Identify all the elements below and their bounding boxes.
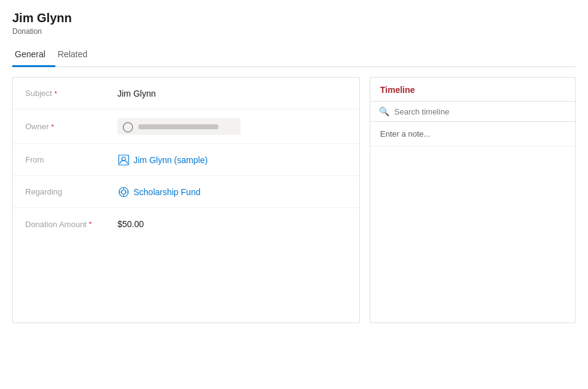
main-content: Subject * Jim Glynn Owner * ◯: [12, 77, 576, 323]
subject-value: Jim Glynn: [117, 89, 347, 98]
owner-label: Owner *: [25, 122, 117, 131]
form-card: Subject * Jim Glynn Owner * ◯: [12, 77, 360, 323]
tab-general[interactable]: General: [12, 44, 55, 67]
subject-required: *: [54, 90, 57, 97]
record-subtitle: Donation: [12, 27, 576, 36]
timeline-header: Timeline: [370, 78, 575, 102]
timeline-search[interactable]: 🔍: [370, 102, 575, 122]
owner-value[interactable]: ◯: [117, 118, 347, 135]
tab-related[interactable]: Related: [55, 44, 97, 67]
subject-label: Subject *: [25, 89, 117, 98]
regarding-label: Regarding: [25, 187, 117, 196]
svg-point-1: [122, 157, 125, 161]
page-container: Jim Glynn Donation General Related Subje…: [0, 0, 588, 333]
regarding-value[interactable]: Scholarship Fund: [117, 186, 347, 198]
donation-amount-label: Donation Amount *: [25, 220, 117, 229]
regarding-field: Regarding Scholarship Fund: [13, 176, 359, 208]
owner-required: *: [51, 123, 54, 130]
svg-point-3: [122, 190, 126, 194]
owner-avatar-icon: ◯: [122, 121, 133, 132]
tabs-bar: General Related: [12, 44, 576, 67]
from-value[interactable]: Jim Glynn (sample): [117, 154, 347, 166]
timeline-note-placeholder[interactable]: Enter a note...: [370, 122, 575, 146]
donation-required: *: [89, 220, 92, 228]
fund-icon: [117, 186, 130, 198]
record-header: Jim Glynn Donation: [12, 10, 576, 36]
donation-amount-field: Donation Amount * $50.00: [13, 208, 359, 240]
owner-input[interactable]: ◯: [117, 118, 240, 135]
timeline-panel: Timeline 🔍 Enter a note...: [370, 77, 576, 323]
owner-bar: [138, 124, 218, 129]
subject-field: Subject * Jim Glynn: [13, 78, 359, 110]
record-title: Jim Glynn: [12, 10, 576, 26]
contact-icon: [117, 154, 130, 166]
timeline-search-input[interactable]: [394, 107, 566, 116]
search-icon: 🔍: [379, 106, 389, 116]
from-label: From: [25, 155, 117, 164]
from-field: From Jim Glynn (sample): [13, 144, 359, 176]
owner-field: Owner * ◯: [13, 110, 359, 144]
donation-amount-value: $50.00: [117, 219, 347, 229]
